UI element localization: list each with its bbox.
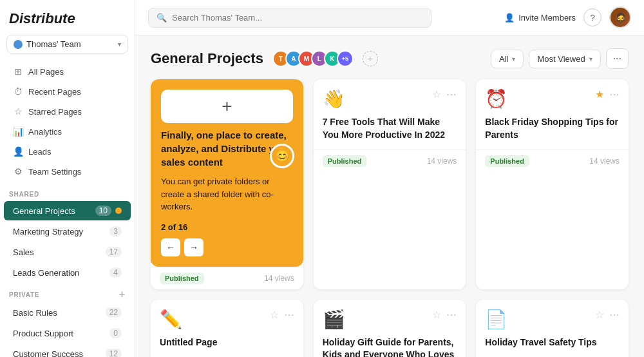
team-selector[interactable]: Thomas' Team ▾ <box>6 35 128 53</box>
star-button[interactable]: ☆ <box>432 88 441 101</box>
sidebar-item-label: Team Settings <box>28 167 81 177</box>
person-icon: 👤 <box>13 146 23 157</box>
question-icon: ? <box>590 13 594 23</box>
app-logo: Distribute <box>0 0 135 35</box>
card-icon-row: ⏰ ★ ⋯ <box>485 88 620 110</box>
search-input[interactable] <box>172 13 423 23</box>
card-menu-button[interactable]: ⋯ <box>446 88 457 101</box>
card-holiday-travel[interactable]: 📄 ☆ ⋯ Holiday Travel Safety Tips Publish… <box>476 300 629 358</box>
invite-members-button[interactable]: 👤 Invite Members <box>504 13 576 23</box>
star-button[interactable]: ☆ <box>595 309 604 321</box>
chart-icon: 📊 <box>13 126 23 137</box>
filter-all-button[interactable]: All ▾ <box>491 50 524 68</box>
folder-count: 3 <box>109 226 122 236</box>
card-menu-button[interactable]: ⋯ <box>446 309 457 321</box>
sidebar-item-analytics[interactable]: 📊 Analytics <box>4 122 131 141</box>
team-name: Thomas' Team <box>26 39 114 49</box>
card-title: Holiday Gift Guide for Parents, Kids and… <box>323 336 457 358</box>
header-filters: All ▾ Most Viewed ▾ ··· <box>491 48 629 69</box>
sidebar-item-team-settings[interactable]: ⚙ Team Settings <box>4 162 131 181</box>
onboarding-body: You can get private folders or create a … <box>161 175 293 213</box>
gear-icon: ⚙ <box>13 166 23 177</box>
extra-avatars: +5 <box>337 50 354 67</box>
cards-grid: + Finally, one place to create, analyze,… <box>151 79 629 357</box>
content-header: General Projects T A M L K +5 + All ▾ Mo… <box>151 48 629 69</box>
grid-icon: ⊞ <box>13 66 23 77</box>
card-untitled[interactable]: ✏️ ☆ ⋯ Untitled Page Not Published 14 vi… <box>151 300 303 358</box>
folder-product-support[interactable]: Product Support 0 <box>4 323 131 343</box>
folder-basic-rules[interactable]: Basic Rules 22 <box>4 303 131 322</box>
filter-view-button[interactable]: Most Viewed ▾ <box>529 50 600 68</box>
sidebar: Distribute Thomas' Team ▾ ⊞ All Pages ⏱ … <box>0 0 135 357</box>
sidebar-item-label: Leads <box>28 147 51 157</box>
onboarding-prev-button[interactable]: ← <box>161 238 180 256</box>
card-footer: Published 14 views <box>314 150 466 172</box>
more-options-button[interactable]: ··· <box>606 48 629 69</box>
page-title: General Projects <box>151 50 263 67</box>
card-menu-button[interactable]: ⋯ <box>284 309 294 321</box>
card-menu-button[interactable]: ⋯ <box>609 309 620 321</box>
topbar-right: 👤 Invite Members ? 🧔 <box>504 6 631 28</box>
sidebar-item-recent-pages[interactable]: ⏱ Recent Pages <box>4 82 131 101</box>
card-views: 14 views <box>589 157 620 166</box>
folder-sales[interactable]: Sales 17 <box>4 242 131 262</box>
invite-label: Invite Members <box>518 13 576 23</box>
file-icon: 📄 <box>485 309 507 330</box>
card-body: 👋 ☆ ⋯ 7 Free Tools That Will Make You Mo… <box>314 79 466 150</box>
shared-label: SHARED <box>9 191 39 198</box>
card-menu-button[interactable]: ⋯ <box>609 88 620 101</box>
search-icon: 🔍 <box>156 13 167 23</box>
status-badge: Published <box>160 273 204 284</box>
main-area: 🔍 👤 Invite Members ? 🧔 General Projects … <box>135 0 644 357</box>
card-icon-row: ✏️ ☆ ⋯ <box>160 309 294 330</box>
card-actions: ☆ ⋯ <box>270 309 294 321</box>
folder-customer-success[interactable]: Customer Success 12 <box>4 344 131 357</box>
onboarding-progress: 2 of 16 <box>161 222 293 232</box>
star-button[interactable]: ★ <box>595 88 604 101</box>
sidebar-item-starred-pages[interactable]: ☆ Starred Pages <box>4 102 131 121</box>
card-emoji: ⏰ <box>485 88 507 110</box>
folder-name: General Projects <box>13 206 95 216</box>
shared-section-header: SHARED <box>0 184 135 200</box>
sidebar-item-leads[interactable]: 👤 Leads <box>4 142 131 161</box>
search-bar[interactable]: 🔍 <box>148 8 431 28</box>
card-black-friday[interactable]: ⏰ ★ ⋯ Black Friday Shopping Tips for Par… <box>476 79 629 289</box>
help-button[interactable]: ? <box>583 8 601 26</box>
folder-name: Sales <box>13 247 106 257</box>
folder-name: Basic Rules <box>13 308 106 318</box>
sidebar-item-all-pages[interactable]: ⊞ All Pages <box>4 62 131 81</box>
user-avatar[interactable]: 🧔 <box>609 6 631 28</box>
card-actions: ☆ ⋯ <box>432 88 457 101</box>
card-productive-tools[interactable]: 👋 ☆ ⋯ 7 Free Tools That Will Make You Mo… <box>314 79 466 289</box>
sidebar-item-label: Starred Pages <box>28 107 82 117</box>
folder-leads-generation[interactable]: Leads Generation 4 <box>4 263 131 282</box>
folder-marketing-strategy[interactable]: Marketing Strategy 3 <box>4 222 131 241</box>
chevron-down-icon: ▾ <box>589 55 592 63</box>
sidebar-nav: ⊞ All Pages ⏱ Recent Pages ☆ Starred Pag… <box>0 59 135 184</box>
card-actions: ★ ⋯ <box>595 88 620 101</box>
star-button[interactable]: ☆ <box>270 309 279 321</box>
clock-icon: ⏱ <box>13 86 23 97</box>
onboarding-next-button[interactable]: → <box>184 238 204 256</box>
onboarding-nav: ← → <box>161 238 293 256</box>
private-section-header: PRIVATE + <box>0 283 135 302</box>
card-icon-row: 👋 ☆ ⋯ <box>323 88 457 110</box>
card-views: 14 views <box>264 274 294 283</box>
star-button[interactable]: ☆ <box>432 309 441 321</box>
folder-count: 12 <box>106 349 122 357</box>
add-private-folder-button[interactable]: + <box>119 289 126 300</box>
collaborators-avatars: T A M L K +5 <box>272 50 354 67</box>
private-label: PRIVATE <box>9 291 39 298</box>
card-body: 📄 ☆ ⋯ Holiday Travel Safety Tips <box>476 300 629 358</box>
status-badge: Published <box>323 155 367 167</box>
folder-general-projects[interactable]: General Projects 10 <box>4 201 131 220</box>
onboarding-content: + Finally, one place to create, analyze,… <box>151 79 303 267</box>
notification-dot <box>115 207 122 214</box>
team-dot <box>14 40 23 49</box>
card-views: 14 views <box>427 157 457 166</box>
card-actions: ☆ ⋯ <box>432 309 457 321</box>
card-holiday-gift[interactable]: 🎬 ☆ ⋯ Holiday Gift Guide for Parents, Ki… <box>314 300 466 358</box>
topbar: 🔍 👤 Invite Members ? 🧔 <box>135 0 644 35</box>
add-collaborator-button[interactable]: + <box>363 51 378 66</box>
folder-count: 0 <box>109 328 122 338</box>
